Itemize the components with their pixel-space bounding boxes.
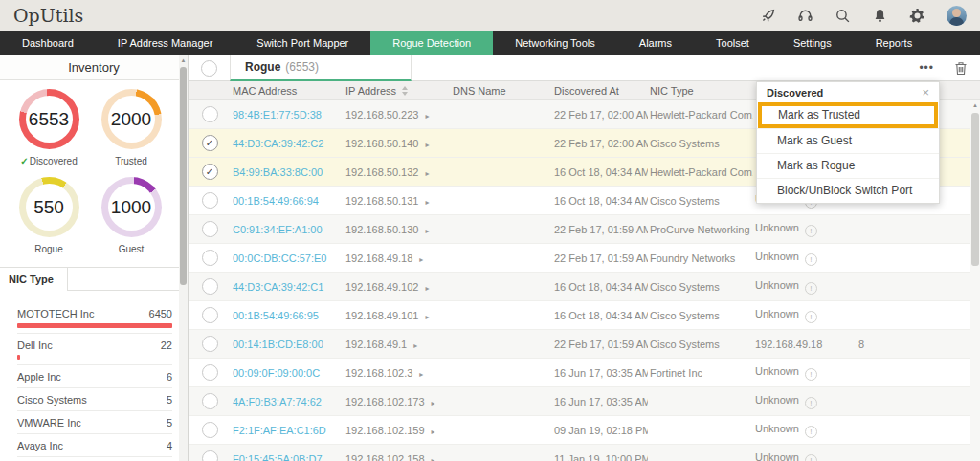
row-checkbox[interactable]: [202, 221, 218, 237]
table-row[interactable]: F2:1F:AF:EA:C1:6D192.168.102.159▸09 Jan …: [189, 416, 980, 445]
row-checkbox[interactable]: ✓: [202, 135, 218, 151]
inventory-donut-trusted[interactable]: 2000Trusted: [90, 89, 172, 166]
mac-address-link[interactable]: 00:1B:54:49:66:94: [233, 195, 319, 207]
menu-item-mark-as-rogue[interactable]: Mark as Rogue: [757, 153, 939, 178]
row-select-cell: ✓: [189, 135, 231, 151]
column-header-ip-address[interactable]: IP Address: [344, 85, 451, 97]
gear-icon[interactable]: [909, 8, 925, 24]
nav-tab-toolset[interactable]: Toolset: [694, 31, 771, 55]
column-header-discovered-at[interactable]: Discovered At: [552, 85, 648, 97]
sort-icon[interactable]: [402, 86, 408, 96]
table-row[interactable]: 00:1B:54:49:66:95192.168.49.101▸16 Oct 1…: [189, 301, 980, 330]
mac-address-link[interactable]: B4:99:BA:33:8C:00: [233, 166, 323, 178]
tab-rogue[interactable]: Rogue (6553): [230, 55, 412, 81]
nav-tab-dashboard[interactable]: Dashboard: [0, 31, 96, 55]
user-avatar[interactable]: [947, 6, 967, 26]
row-checkbox[interactable]: [202, 250, 218, 266]
mac-address-link[interactable]: 00:09:0F:09:00:0C: [233, 367, 320, 379]
menu-item-mark-as-guest[interactable]: Mark as Guest: [757, 128, 939, 153]
expand-caret-icon[interactable]: ▸: [425, 227, 429, 235]
nav-tab-ip-address-manager[interactable]: IP Address Manager: [96, 31, 234, 55]
more-actions-button[interactable]: •••: [919, 63, 934, 73]
row-checkbox[interactable]: [202, 336, 218, 352]
mac-address-link[interactable]: 44:D3:CA:39:42:C1: [233, 281, 323, 293]
menu-item-mark-as-trusted[interactable]: Mark as Trusted: [758, 102, 938, 128]
table-row[interactable]: 00:0C:DB:CC:57:E0192.168.49.18▸22 Feb 17…: [189, 244, 980, 273]
nav-tab-switch-port-mapper[interactable]: Switch Port Mapper: [234, 31, 370, 55]
nic-type-row[interactable]: MOTOTECH Inc6450: [17, 302, 172, 334]
table-row[interactable]: F0:15:45:5A:0B:D7192.168.102.158▸11 Jan …: [189, 445, 980, 461]
expand-caret-icon[interactable]: ▸: [419, 370, 423, 379]
mac-address-link[interactable]: 4A:F0:B3:A7:74:62: [233, 396, 322, 407]
table-row[interactable]: 44:D3:CA:39:42:C1192.168.49.102▸16 Oct 1…: [189, 273, 980, 301]
row-checkbox[interactable]: [202, 192, 218, 209]
inventory-donut-discovered[interactable]: 6553✓Discovered: [8, 89, 90, 166]
expand-caret-icon[interactable]: ▸: [425, 198, 429, 207]
expand-caret-icon[interactable]: ▸: [425, 141, 429, 149]
row-checkbox[interactable]: [202, 278, 218, 295]
expand-caret-icon[interactable]: ▸: [413, 341, 417, 350]
mac-address-link[interactable]: 44:D3:CA:39:42:C2: [233, 138, 323, 149]
row-checkbox[interactable]: [202, 307, 218, 323]
rocket-icon[interactable]: [760, 8, 776, 24]
headset-icon[interactable]: [797, 8, 813, 24]
table-row[interactable]: 00:14:1B:CD:E8:00192.168.49.1▸22 Feb 17,…: [189, 330, 980, 359]
expand-caret-icon[interactable]: ▸: [432, 428, 435, 436]
mac-address-link[interactable]: 00:1B:54:49:66:95: [233, 310, 319, 321]
bell-icon[interactable]: [872, 8, 888, 24]
mac-address-link[interactable]: 00:14:1B:CD:E8:00: [233, 339, 323, 350]
table-row[interactable]: C0:91:34:EF:A1:00192.168.50.130▸22 Feb 1…: [189, 215, 980, 244]
ip-address: 192.168.102.159: [345, 425, 425, 436]
mac-address-link[interactable]: F0:15:45:5A:0B:D7: [233, 453, 323, 461]
mac-address-link[interactable]: 00:0C:DB:CC:57:E0: [233, 252, 326, 264]
donut-value: 2000: [111, 109, 151, 130]
inventory-donut-rogue[interactable]: 550Rogue: [8, 177, 90, 254]
ip-address: 192.168.102.173: [345, 396, 425, 407]
sidebar-scroll-thumb[interactable]: [180, 67, 187, 285]
search-icon[interactable]: [835, 8, 851, 24]
inventory-donut-guest[interactable]: 1000Guest: [90, 177, 172, 254]
expand-caret-icon[interactable]: ▸: [425, 112, 429, 121]
close-icon[interactable]: ×: [922, 85, 929, 99]
table-scrollbar[interactable]: ▲: [970, 100, 980, 461]
expand-caret-icon[interactable]: ▸: [425, 169, 429, 178]
expand-caret-icon[interactable]: ▸: [419, 255, 423, 264]
ip-cell: 192.168.102.3▸: [344, 367, 451, 379]
sidebar-scrollbar[interactable]: ▲: [179, 55, 188, 461]
row-checkbox[interactable]: [202, 393, 218, 409]
column-header-mac-address[interactable]: MAC Address: [231, 85, 344, 97]
nic-type-row[interactable]: Cisco Systems5: [17, 388, 172, 411]
delete-icon[interactable]: [954, 61, 968, 76]
nav-tab-networking-tools[interactable]: Networking Tools: [493, 31, 617, 55]
nic-type-row[interactable]: Apple Inc6: [17, 365, 172, 388]
scroll-up-icon[interactable]: ▲: [970, 100, 980, 110]
row-checkbox[interactable]: [202, 364, 218, 381]
row-checkbox[interactable]: ✓: [202, 164, 218, 180]
nic-type-tab[interactable]: NIC Type: [0, 268, 68, 291]
nav-tab-rogue-detection[interactable]: Rogue Detection: [370, 31, 493, 55]
table-row[interactable]: 00:09:0F:09:00:0C192.168.102.3▸16 Jun 17…: [189, 359, 980, 387]
mac-address-link[interactable]: F2:1F:AF:EA:C1:6D: [233, 425, 326, 436]
select-all-checkbox[interactable]: [201, 60, 217, 77]
nav-tab-reports[interactable]: Reports: [854, 31, 935, 55]
row-checkbox[interactable]: [202, 450, 218, 461]
nic-type-row[interactable]: Avaya Inc4: [17, 434, 172, 457]
nic-type-row[interactable]: VMWARE Inc5: [17, 411, 172, 434]
row-checkbox[interactable]: [202, 422, 218, 438]
menu-item-block-unblock-switch-port[interactable]: Block/UnBlock Switch Port: [757, 178, 939, 203]
table-scroll-thumb[interactable]: [971, 113, 979, 266]
expand-caret-icon[interactable]: ▸: [432, 399, 435, 407]
mac-address-link[interactable]: C0:91:34:EF:A1:00: [233, 224, 323, 235]
expand-caret-icon[interactable]: ▸: [432, 456, 435, 461]
nav-tab-alarms[interactable]: Alarms: [617, 31, 694, 55]
row-checkbox[interactable]: [202, 106, 218, 122]
expand-caret-icon[interactable]: ▸: [425, 313, 429, 321]
mac-address-link[interactable]: 98:4B:E1:77:5D:38: [233, 109, 322, 121]
nav-tab-settings[interactable]: Settings: [771, 31, 854, 55]
nic-type-row[interactable]: Dell Inc22: [17, 334, 172, 365]
expand-caret-icon[interactable]: ▸: [425, 284, 429, 293]
column-header-dns-name[interactable]: DNS Name: [451, 85, 552, 97]
scroll-up-icon[interactable]: ▲: [179, 55, 188, 65]
table-row[interactable]: 4A:F0:B3:A7:74:62192.168.102.173▸16 Jun …: [189, 387, 980, 416]
column-header-nic-type[interactable]: NIC Type: [648, 85, 753, 97]
